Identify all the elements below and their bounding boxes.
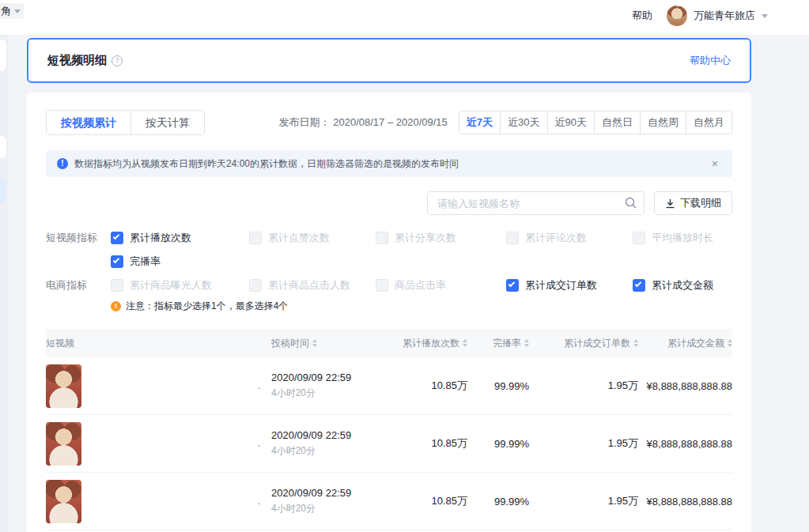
gmv-amount: ¥8,888,888,888.88	[638, 380, 732, 392]
chevron-down-icon	[762, 14, 768, 18]
download-detail-button[interactable]: 下载明细	[654, 191, 732, 215]
play-count: 10.85万	[380, 494, 467, 508]
publish-time: 2020/09/09 22:59	[271, 429, 351, 441]
column-header[interactable]: 累计成交金额	[638, 337, 732, 350]
main-panel: 按视频累计按天计算 发布日期： 2020/08/17 – 2020/09/15 …	[27, 92, 751, 532]
video-table: 短视频投稿时间累计播放次数完播率累计成交订单数累计成交金额 .2020/09/0…	[46, 329, 732, 530]
top-bar: 角 帮助 万能青年旅店	[0, 0, 809, 35]
metric-checkbox-item: 累计分享次数	[376, 231, 506, 245]
metric-checkbox-item: 累计点赞次数	[249, 231, 376, 245]
mode-tab[interactable]: 按视频累计	[47, 111, 130, 134]
metric-selector: 短视频指标 累计播放次数累计点赞次数累计分享次数累计评论次数平均播放时长 完播率…	[46, 226, 732, 315]
video-duration: 4小时20分	[271, 502, 316, 515]
metric-label: 累计成交金额	[652, 278, 713, 292]
video-duration: 4小时20分	[271, 444, 316, 458]
gmv-amount: ¥8,888,888,888.88	[638, 496, 732, 507]
table-row[interactable]: .2020/09/09 22:594小时20分10.85万99.99%1.95万…	[46, 415, 732, 473]
video-thumbnail[interactable]	[46, 422, 81, 466]
completion-rate: 99.99%	[467, 496, 529, 507]
range-tab[interactable]: 自然月	[686, 111, 732, 134]
publish-date-label: 发布日期：	[279, 116, 331, 128]
column-header[interactable]: 完播率	[467, 337, 529, 350]
checkbox-icon	[376, 232, 388, 244]
metric-note: 注意：指标最少选择1个，最多选择4个	[126, 300, 288, 313]
checkbox-icon	[633, 232, 645, 244]
publish-date-value: 2020/08/17 – 2020/09/15	[333, 116, 448, 128]
range-tab[interactable]: 自然周	[640, 111, 686, 134]
sort-icon[interactable]	[728, 339, 732, 347]
play-count: 10.85万	[380, 436, 467, 451]
checkbox-checked-icon[interactable]	[111, 232, 123, 244]
metric-label: 累计评论次数	[525, 231, 587, 245]
metric-checkbox-item: 累计商品点击人数	[249, 278, 376, 292]
metric-checkbox-item[interactable]: 累计播放次数	[111, 231, 249, 245]
question-circle-icon[interactable]: ?	[112, 55, 123, 66]
order-count: 1.95万	[529, 436, 638, 451]
publish-time: 2020/09/09 22:59	[271, 487, 351, 499]
range-tabs: 近7天近30天近90天自然日自然周自然月	[459, 111, 732, 134]
video-thumbnail[interactable]	[46, 480, 81, 523]
page-title: 短视频明细	[47, 53, 107, 68]
range-tab[interactable]: 近90天	[547, 111, 594, 134]
checkbox-checked-icon[interactable]	[633, 279, 645, 292]
column-header[interactable]: 累计成交订单数	[529, 337, 638, 350]
filter-toolbar: 按视频累计按天计算 发布日期： 2020/08/17 – 2020/09/15 …	[46, 110, 732, 135]
account-name: 万能青年旅店	[694, 9, 755, 23]
metric-checkbox-item[interactable]: 累计成交金额	[633, 278, 732, 292]
column-header[interactable]: 累计播放次数	[380, 337, 467, 350]
download-icon	[665, 198, 675, 209]
sidebar-item-partial[interactable]	[0, 136, 6, 158]
avatar	[667, 6, 687, 26]
table-header: 短视频投稿时间累计播放次数完播率累计成交订单数累计成交金额	[46, 329, 732, 357]
metric-checkbox-item: 商品点击率	[376, 278, 506, 292]
close-icon[interactable]: ×	[709, 157, 721, 170]
search-input[interactable]	[427, 191, 645, 215]
search-icon	[625, 197, 637, 209]
video-thumbnail[interactable]	[46, 364, 81, 408]
sort-icon[interactable]	[312, 339, 317, 347]
metric-label: 累计播放次数	[130, 231, 191, 245]
order-count: 1.95万	[529, 379, 638, 393]
metric-label: 完播率	[130, 255, 161, 269]
metric-checkbox-item[interactable]: 完播率	[111, 255, 249, 269]
mode-toggle: 按视频累计按天计算	[46, 110, 205, 135]
metric-label: 累计点赞次数	[268, 231, 330, 245]
corner-selector-label: 角	[1, 4, 11, 18]
info-circle-icon: !	[57, 158, 68, 169]
order-count: 1.95万	[529, 494, 638, 508]
table-row[interactable]: .2020/09/09 22:594小时20分10.85万99.99%1.95万…	[46, 357, 732, 415]
corner-selector[interactable]: 角	[0, 3, 24, 19]
table-row[interactable]: .2020/09/09 22:594小时20分10.85万99.99%1.95万…	[46, 473, 732, 530]
column-header: 短视频	[46, 337, 271, 350]
range-tab[interactable]: 近7天	[459, 111, 500, 134]
help-link[interactable]: 帮助	[632, 9, 652, 23]
mode-tab[interactable]: 按天计算	[130, 111, 204, 134]
metric-checkbox-item: 累计商品曝光人数	[111, 278, 249, 292]
video-metrics-row-2: 完播率	[111, 255, 732, 269]
checkbox-icon	[111, 279, 123, 292]
column-header[interactable]: 投稿时间	[271, 337, 380, 350]
video-duration: 4小时20分	[271, 387, 316, 400]
checkbox-icon	[249, 232, 262, 244]
range-tab[interactable]: 自然日	[594, 111, 640, 134]
metric-checkbox-item[interactable]: 累计成交订单数	[506, 278, 633, 292]
sidebar-item-partial[interactable]	[0, 40, 6, 71]
checkbox-checked-icon[interactable]	[111, 255, 123, 268]
account-menu[interactable]: 万能青年旅店	[667, 6, 768, 26]
chevron-down-icon	[14, 9, 21, 13]
checkbox-checked-icon[interactable]	[506, 279, 519, 292]
help-center-link[interactable]: 帮助中心	[690, 54, 731, 68]
completion-rate: 99.99%	[467, 380, 529, 392]
table-body: .2020/09/09 22:594小时20分10.85万99.99%1.95万…	[46, 357, 732, 530]
metric-checkbox-item: 平均播放时长	[633, 231, 732, 245]
range-tab[interactable]: 近30天	[500, 111, 546, 134]
video-title: .	[258, 380, 260, 391]
play-count: 10.85万	[380, 379, 467, 393]
ecom-metrics-row-1: 累计商品曝光人数累计商品点击人数商品点击率累计成交订单数累计成交金额	[111, 278, 732, 292]
sidebar-edge	[0, 35, 8, 532]
notice-banner: ! 数据指标均为从视频发布日期到昨天24:00的累计数据，日期筛选器筛选的是视频…	[46, 150, 732, 177]
publish-time: 2020/09/09 22:59	[271, 372, 351, 383]
metric-label: 累计成交订单数	[525, 278, 597, 292]
sidebar-item-partial[interactable]	[0, 179, 6, 203]
metric-label: 商品点击率	[395, 278, 446, 292]
